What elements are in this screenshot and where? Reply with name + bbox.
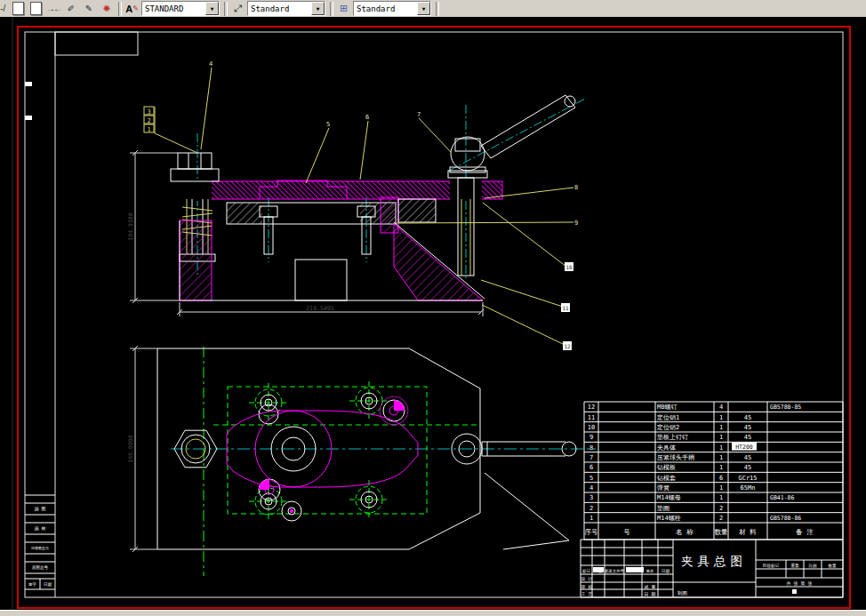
dim-section-length: 219.5495 (306, 305, 333, 312)
text-style-icon[interactable]: A✎ (124, 2, 140, 16)
svg-text:45: 45 (744, 454, 751, 461)
leader-pencil-icon[interactable]: ✐ (63, 2, 79, 16)
svg-text:定位销1: 定位销1 (657, 414, 679, 421)
toolbar-separator (330, 2, 333, 16)
svg-text:1: 1 (719, 484, 723, 492)
page-icon (30, 2, 42, 15)
svg-text:数量: 数量 (715, 528, 729, 536)
status-strip (0, 610, 866, 616)
svg-text:65Mn: 65Mn (741, 484, 756, 492)
table-style-icon[interactable]: ⊞ (336, 2, 351, 16)
svg-text:45: 45 (744, 464, 751, 471)
explode-icon[interactable]: ✺ (99, 2, 115, 16)
table-style-combo[interactable]: Standard ▼ (353, 1, 431, 16)
svg-text:M8螺钉: M8螺钉 (657, 404, 677, 411)
svg-text:旧底图总号: 旧底图总号 (31, 546, 49, 550)
chevron-down-icon[interactable]: ▼ (417, 2, 430, 15)
chevron-down-icon[interactable]: ▼ (205, 2, 219, 15)
svg-text:工 艺: 工 艺 (581, 591, 592, 596)
table-style-value: Standard (354, 4, 417, 13)
svg-text:4: 4 (209, 60, 212, 68)
svg-text:3: 3 (589, 494, 593, 501)
svg-text:GB41-86: GB41-86 (770, 494, 794, 501)
svg-text:1: 1 (147, 126, 150, 133)
svg-text:GB5780-85: GB5780-85 (770, 404, 801, 411)
svg-text:夹具体: 夹具体 (657, 444, 676, 452)
svg-text:描 图: 描 图 (34, 506, 45, 512)
svg-text:签名: 签名 (646, 569, 654, 573)
svg-text:弹簧: 弹簧 (657, 484, 670, 492)
svg-text:1: 1 (719, 454, 723, 461)
page-icon (12, 2, 24, 15)
sheet-border-red (18, 27, 850, 608)
svg-text:1: 1 (719, 464, 723, 471)
base-plate (227, 203, 396, 300)
svg-text:2: 2 (719, 515, 723, 522)
drawing-sheet: 104.9100 219.5495 166.0000 3214567891011… (0, 17, 866, 610)
svg-text:5: 5 (326, 121, 330, 128)
svg-text:压紧球头手柄: 压紧球头手柄 (657, 454, 694, 461)
new-drawing-icon[interactable] (10, 2, 26, 16)
svg-text:设 计: 设 计 (580, 576, 592, 581)
break-icon[interactable]: →← (45, 2, 61, 16)
title-block: 夹具总图 标记处数更改文件号签名日期设 计审 核成 量工 艺日 期制图阶段标记重… (580, 540, 843, 597)
chevron-down-icon[interactable]: ▼ (311, 2, 325, 15)
cad-viewport[interactable]: 104.9100 219.5495 166.0000 3214567891011… (0, 17, 866, 610)
text-style-combo[interactable]: STANDARD ▼ (141, 1, 220, 16)
svg-text:M14螺母: M14螺母 (657, 494, 681, 501)
title-block-grid: 标记处数更改文件号签名日期设 计审 核成 量工 艺日 期制图阶段标记重量比例数量… (580, 540, 843, 597)
svg-text:6: 6 (365, 114, 369, 121)
svg-text:10: 10 (565, 264, 573, 270)
svg-text:3: 3 (147, 108, 150, 116)
toolbar-separator (224, 2, 228, 16)
svg-text:2: 2 (589, 505, 593, 512)
svg-text:共 张 第 张: 共 张 第 张 (786, 580, 812, 587)
svg-text:10: 10 (588, 424, 595, 431)
revision-pencil-icon[interactable]: ✎ (81, 2, 97, 16)
svg-text:5: 5 (589, 475, 593, 482)
svg-text:垫圈: 垫圈 (656, 505, 670, 512)
dim-style-icon[interactable]: ⤢ (230, 2, 245, 16)
svg-text:号: 号 (623, 528, 630, 536)
svg-text:底图总号: 底图总号 (32, 565, 49, 570)
open-drawing-icon[interactable] (28, 2, 44, 16)
section-view (171, 95, 587, 300)
bom-table: 12M8螺钉4GB5780-8511定位销114510定位销21459垫板上钉钉… (584, 402, 843, 540)
svg-text:7: 7 (589, 454, 593, 461)
svg-text:7: 7 (417, 111, 421, 118)
svg-text:重量: 重量 (791, 563, 800, 568)
svg-text:45: 45 (744, 414, 751, 421)
svg-text:45: 45 (744, 424, 751, 431)
svg-text:9: 9 (574, 220, 578, 227)
svg-text:比例: 比例 (809, 564, 818, 569)
dim-style-group: ⤢ Standard ▼ (230, 1, 327, 16)
dim-style-combo[interactable]: Standard ▼ (247, 1, 325, 16)
svg-text:钻模板: 钻模板 (656, 464, 676, 471)
drawing-title: 夹具总图 (681, 554, 747, 568)
svg-text:8: 8 (589, 444, 593, 452)
svg-text:HT200: HT200 (735, 444, 753, 451)
svg-text:8: 8 (574, 184, 578, 191)
locating-pins (259, 396, 408, 521)
svg-text:垫板上钉钉: 垫板上钉钉 (656, 434, 688, 441)
linetype-icon[interactable]: -·-/ (0, 2, 8, 16)
svg-text:日 期: 日 期 (644, 591, 655, 597)
svg-text:4: 4 (589, 484, 593, 492)
svg-text:9: 9 (589, 434, 593, 441)
svg-text:制图: 制图 (678, 590, 687, 596)
svg-text:数量: 数量 (829, 564, 838, 568)
svg-text:钻模套: 钻模套 (656, 475, 676, 482)
top-toolbar: -·-/ →← ✐ ✎ ✺ A✎ STANDARD ▼ ⤢ Standard ▼… (0, 0, 866, 18)
svg-text:45: 45 (744, 434, 751, 441)
svg-text:11: 11 (562, 305, 569, 311)
ball-handle (450, 95, 575, 172)
svg-text:1: 1 (589, 515, 593, 522)
svg-text:2: 2 (719, 505, 723, 512)
svg-text:审 核: 审 核 (581, 584, 592, 589)
svg-text:标记: 标记 (581, 568, 591, 574)
svg-text:定位销2: 定位销2 (657, 424, 679, 431)
svg-text:1: 1 (719, 494, 723, 501)
svg-text:日期: 日期 (44, 582, 52, 587)
margin-strip: 描 图描 校旧底图总号底图总号签字日期 (25, 495, 55, 589)
handle-swing-line (485, 473, 569, 540)
